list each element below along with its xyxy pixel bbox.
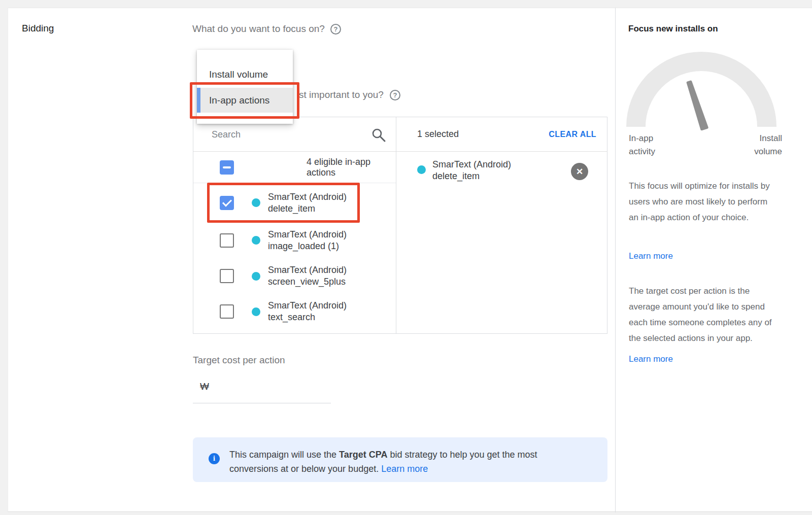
- focus-question: What do you want to focus on? ?: [192, 23, 341, 35]
- action-name: screen_view_5plus: [268, 276, 347, 288]
- target-cost-field: ₩: [193, 374, 331, 403]
- gauge-label-line: activity: [629, 145, 655, 158]
- action-name: delete_item: [268, 203, 347, 215]
- gauge-label-line: Install: [731, 132, 782, 145]
- currency-symbol: ₩: [200, 381, 209, 392]
- info-icon: i: [209, 453, 220, 464]
- info-text-part: bid strategy to help you get the most: [387, 450, 537, 460]
- remove-button[interactable]: ✕: [571, 163, 588, 180]
- sidebar-paragraph-target-cpa: The target cost per action is the averag…: [629, 283, 778, 346]
- action-app: SmarText (Android): [268, 229, 347, 241]
- focus-gauge: [626, 49, 776, 130]
- gauge-label-in-app-activity: In-app activity: [629, 132, 655, 158]
- info-banner: i This campaign will use the Target CPA …: [193, 437, 607, 482]
- selected-count: 1 selected: [417, 129, 459, 140]
- action-label: SmarText (Android) screen_view_5plus: [268, 264, 347, 288]
- action-dot-icon: [252, 236, 260, 245]
- info-text-part: This campaign will use the: [229, 450, 339, 460]
- action-row[interactable]: SmarText (Android) image_loaded (1): [193, 222, 396, 258]
- help-icon[interactable]: ?: [390, 90, 400, 100]
- actions-question-fragment: st important to you? ?: [299, 89, 400, 100]
- info-text-bold: Target CPA: [339, 450, 387, 460]
- target-cpa-input[interactable]: [214, 380, 326, 396]
- learn-more-link[interactable]: Learn more: [629, 354, 673, 364]
- selected-header: 1 selected CLEAR ALL: [396, 117, 607, 152]
- gauge-needle: [688, 82, 707, 129]
- action-dot-icon: [417, 165, 426, 174]
- search-input[interactable]: [212, 126, 364, 143]
- action-checkbox[interactable]: [220, 304, 234, 319]
- action-label: SmarText (Android) image_loaded (1): [268, 229, 347, 252]
- dropdown-option-install-volume[interactable]: Install volume: [197, 62, 293, 87]
- target-cost-label: Target cost per action: [193, 355, 285, 366]
- gauge-label-line: In-app: [629, 132, 655, 145]
- info-icon-glyph: i: [213, 455, 215, 463]
- sidebar-divider: [615, 8, 616, 512]
- action-row[interactable]: SmarText (Android) delete_item: [193, 183, 396, 222]
- action-checkbox[interactable]: [220, 233, 234, 248]
- remove-icon: ✕: [576, 166, 583, 177]
- info-banner-text: This campaign will use the Target CPA bi…: [229, 448, 537, 476]
- dropdown-option-in-app-actions[interactable]: In-app actions: [197, 88, 293, 113]
- actions-question-fragment-text: st important to you?: [299, 89, 384, 100]
- action-name: text_search: [268, 312, 347, 323]
- action-row[interactable]: SmarText (Android) screen_view_5plus: [193, 258, 396, 294]
- focus-question-label: What do you want to focus on?: [192, 23, 325, 35]
- select-all-checkbox[interactable]: [220, 160, 234, 175]
- learn-more-link[interactable]: Learn more: [381, 464, 428, 474]
- action-name: image_loaded (1): [268, 241, 347, 252]
- picker-selected-panel: 1 selected CLEAR ALL SmarText (Android) …: [396, 117, 607, 333]
- gauge-label-line: volume: [731, 145, 782, 158]
- sidebar-title: Focus new installs on: [628, 24, 718, 34]
- action-dot-icon: [252, 307, 260, 316]
- action-row[interactable]: SmarText (Android) text_search: [193, 294, 396, 329]
- action-checkbox[interactable]: [220, 269, 234, 283]
- focus-dropdown: Install volume In-app actions: [197, 50, 293, 124]
- select-all-row[interactable]: 4 eligible in-app actions: [193, 152, 396, 183]
- learn-more-link[interactable]: Learn more: [629, 251, 673, 261]
- gauge-label-install-volume: Install volume: [731, 132, 782, 158]
- search-icon: [371, 127, 386, 143]
- action-app: SmarText (Android): [268, 191, 347, 203]
- help-icon[interactable]: ?: [330, 24, 341, 35]
- action-dot-icon: [252, 198, 260, 207]
- bidding-settings-page: Bidding What do you want to focus on? ? …: [0, 0, 812, 515]
- in-app-action-picker: 4 eligible in-app actions SmarText (Andr…: [193, 117, 607, 334]
- selected-item-app: SmarText (Android): [432, 159, 511, 170]
- section-title: Bidding: [22, 23, 54, 34]
- picker-available-panel: 4 eligible in-app actions SmarText (Andr…: [193, 117, 396, 333]
- action-checkbox[interactable]: [220, 196, 234, 210]
- action-dot-icon: [252, 272, 260, 281]
- clear-all-button[interactable]: CLEAR ALL: [549, 130, 596, 139]
- action-app: SmarText (Android): [268, 264, 347, 276]
- action-label: SmarText (Android) delete_item: [268, 191, 347, 215]
- group-label: 4 eligible in-app actions: [307, 157, 396, 178]
- selected-item-action: delete_item: [432, 170, 511, 182]
- action-label: SmarText (Android) text_search: [268, 300, 347, 323]
- action-app: SmarText (Android): [268, 300, 347, 312]
- selected-item-label: SmarText (Android) delete_item: [432, 159, 511, 182]
- sidebar-paragraph-focus: This focus will optimize for installs by…: [629, 178, 778, 225]
- info-text-part: conversions at or below your budget.: [229, 464, 381, 474]
